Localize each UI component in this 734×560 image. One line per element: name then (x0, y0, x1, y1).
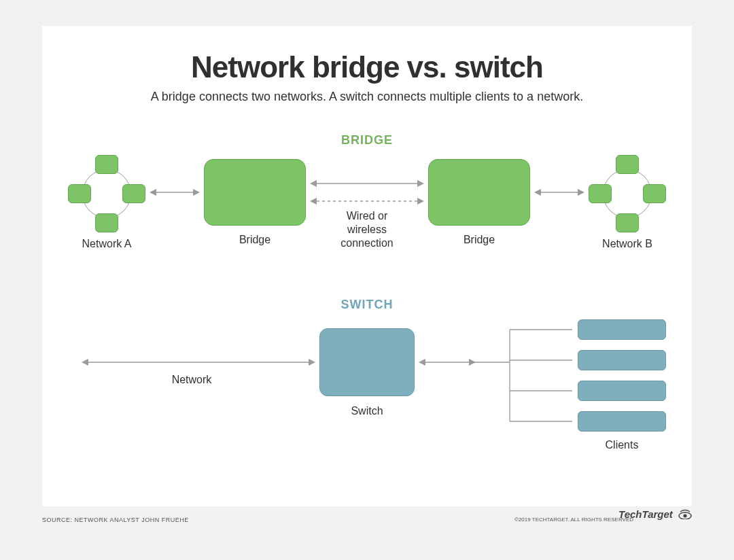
node-icon (95, 213, 118, 232)
brand-logo: TechTarget (618, 508, 692, 521)
section-heading-switch: SWITCH (42, 298, 692, 312)
network-cluster-a (68, 155, 145, 232)
client-bar (578, 411, 666, 432)
label-clients: Clients (578, 439, 666, 451)
node-icon (122, 184, 145, 203)
copyright-text: ©2019 TECHTARGET. ALL RIGHTS RESERVED (514, 517, 633, 523)
bridge-box-left (204, 159, 306, 226)
eye-icon (678, 510, 692, 521)
source-credit: SOURCE: NETWORK ANALYST JOHN FRUEHE (42, 517, 189, 523)
brand-name: TechTarget (618, 508, 673, 520)
node-icon (643, 184, 666, 203)
client-bar (578, 381, 666, 401)
node-icon (95, 155, 118, 174)
client-bar (578, 350, 666, 370)
svg-point-13 (683, 514, 686, 517)
network-cluster-b (589, 155, 666, 232)
section-heading-bridge: BRIDGE (42, 133, 692, 147)
label-switch: Switch (319, 405, 415, 417)
node-icon (589, 184, 612, 203)
node-icon (616, 155, 639, 174)
node-icon (616, 213, 639, 232)
label-network-b: Network B (589, 238, 666, 250)
diagram-card: Network bridge vs. switch A bridge conne… (42, 26, 692, 506)
client-bar (578, 319, 666, 340)
bridge-box-right (428, 159, 530, 226)
label-bridge-right: Bridge (428, 234, 530, 246)
label-connection: Wired or wireless connection (313, 209, 421, 250)
label-network-a: Network A (68, 238, 145, 250)
diagram-title: Network bridge vs. switch (42, 50, 692, 84)
label-network: Network (124, 374, 260, 386)
label-bridge-left: Bridge (204, 234, 306, 246)
diagram-subtitle: A bridge connects two networks. A switch… (42, 90, 692, 104)
switch-box (319, 328, 415, 396)
node-icon (68, 184, 91, 203)
